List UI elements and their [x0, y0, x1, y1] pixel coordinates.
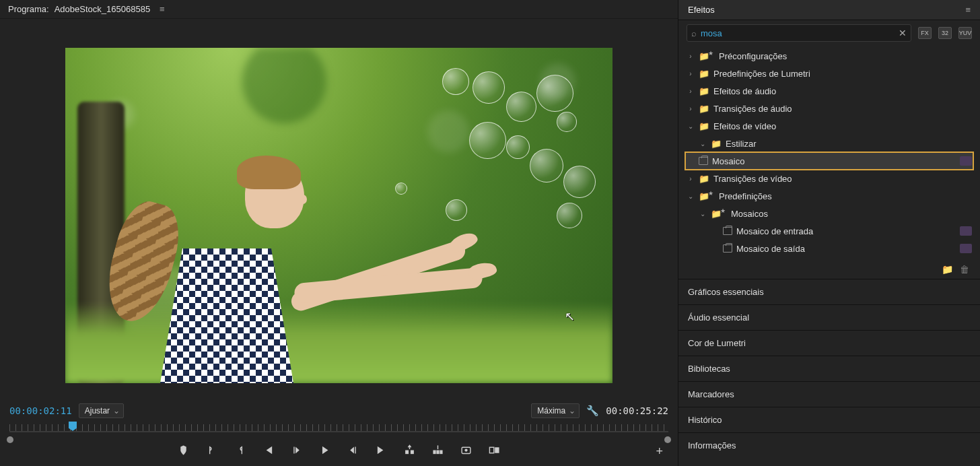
chevron-down-icon: ⌄	[699, 140, 707, 147]
svg-rect-1	[411, 450, 414, 454]
export-frame-icon[interactable]	[460, 444, 473, 459]
program-title-prefix: Programa:	[8, 4, 49, 14]
preset-folder-icon: 📁★	[699, 51, 715, 61]
gpu-accelerated-badge-icon	[960, 226, 972, 236]
effects-tree: › 📁★ Préconfigurações › 📁 Predefinições …	[678, 46, 980, 261]
svg-rect-8	[495, 447, 499, 453]
delete-icon[interactable]: 🗑	[960, 264, 969, 275]
button-editor-plus-icon[interactable]: +	[656, 444, 663, 459]
panel-essential-audio[interactable]: Áudio essencial	[678, 304, 980, 330]
folder-icon: 📁	[699, 86, 709, 96]
effects-tree-footer: 📁 🗑	[678, 261, 980, 279]
program-header: Programa: AdobeStock_165068585 ≡	[0, 0, 678, 19]
play-icon[interactable]	[318, 444, 332, 459]
zoom-dropdown[interactable]: Ajustar	[79, 403, 124, 418]
chevron-right-icon: ›	[687, 53, 695, 60]
gpu-accelerated-badge-icon	[960, 156, 972, 166]
tree-stylize[interactable]: ⌄ 📁 Estilizar	[678, 135, 980, 152]
side-panel-stack: Efeitos ≡ ⌕ ✕ FX 32 YUV › 📁★ Préconfigur…	[678, 0, 980, 466]
panel-history[interactable]: Histórico	[678, 407, 980, 432]
filter-accelerated-icon[interactable]: FX	[918, 27, 932, 39]
step-forward-icon[interactable]	[347, 444, 360, 459]
preset-folder-icon: 📁★	[711, 209, 727, 219]
effect-icon	[699, 157, 708, 165]
tree-preconfigs[interactable]: › 📁★ Préconfigurações	[678, 47, 980, 65]
filter-yuv-icon[interactable]: YUV	[958, 27, 972, 39]
filter-32bit-icon[interactable]: 32	[938, 27, 952, 39]
panel-info[interactable]: Informações	[678, 432, 980, 458]
chevron-right-icon: ›	[687, 88, 695, 95]
program-title-name: AdobeStock_165068585	[55, 4, 150, 14]
mouse-cursor-icon: ↖	[565, 309, 575, 324]
preset-folder-icon: 📁★	[699, 191, 715, 201]
step-back-icon[interactable]	[290, 444, 304, 459]
tree-audio-effects[interactable]: › 📁 Efeitos de áudio	[678, 82, 980, 100]
video-preview[interactable]: ↖	[65, 48, 612, 383]
tree-preset-mosaic-out[interactable]: · Mosaico de saída	[678, 240, 980, 257]
program-viewer: ↖	[0, 19, 678, 400]
effect-icon	[723, 244, 732, 253]
panel-menu-icon[interactable]: ≡	[160, 4, 165, 14]
gpu-accelerated-badge-icon	[960, 244, 972, 253]
lift-icon[interactable]	[403, 444, 417, 459]
effects-panel-menu-icon[interactable]: ≡	[965, 5, 971, 15]
tree-mosaics-folder[interactable]: ⌄ 📁★ Mosaicos	[678, 205, 980, 222]
panel-markers[interactable]: Marcadores	[678, 381, 980, 407]
program-monitor-panel: Programa: AdobeStock_165068585 ≡	[0, 0, 678, 466]
folder-icon: 📁	[699, 121, 709, 131]
folder-icon: 📁	[699, 69, 709, 79]
panel-essential-graphics[interactable]: Gráficos essenciais	[678, 279, 980, 304]
settings-wrench-icon[interactable]: 🔧	[586, 405, 599, 417]
quality-dropdown[interactable]: Máxima	[531, 403, 580, 418]
transport-controls: +	[0, 436, 678, 466]
comparison-view-icon[interactable]	[488, 444, 501, 459]
go-to-in-icon[interactable]	[262, 444, 275, 459]
effects-panel-header[interactable]: Efeitos ≡	[678, 0, 980, 20]
chevron-right-icon: ›	[687, 105, 695, 112]
tree-lumetri-presets[interactable]: › 📁 Predefinições de Lumetri	[678, 65, 980, 82]
effects-search-input[interactable]	[701, 28, 899, 38]
chevron-right-icon: ›	[687, 70, 695, 77]
svg-rect-4	[440, 450, 442, 454]
svg-rect-0	[405, 450, 409, 454]
svg-point-6	[464, 448, 467, 451]
chevron-right-icon: ›	[687, 175, 695, 182]
effect-icon	[723, 227, 732, 235]
tree-video-effects[interactable]: ⌄ 📁 Efeitos de vídeo	[678, 117, 980, 135]
add-marker-icon[interactable]	[177, 444, 190, 459]
tree-presets[interactable]: ⌄ 📁★ Predefinições	[678, 187, 980, 205]
chevron-down-icon: ⌄	[687, 193, 695, 200]
extract-icon[interactable]	[431, 444, 445, 459]
playhead-icon[interactable]	[69, 422, 77, 431]
panel-lumetri-color[interactable]: Cor de Lumetri	[678, 330, 980, 356]
program-time-ruler[interactable]	[9, 422, 668, 436]
effects-search-row: ⌕ ✕ FX 32 YUV	[678, 20, 980, 46]
clear-search-icon[interactable]: ✕	[899, 28, 907, 38]
search-icon: ⌕	[691, 28, 697, 38]
panel-libraries[interactable]: Bibliotecas	[678, 356, 980, 381]
effects-search-box[interactable]: ⌕ ✕	[687, 24, 911, 42]
folder-icon: 📁	[711, 139, 722, 149]
svg-rect-3	[436, 450, 439, 454]
svg-rect-7	[489, 447, 493, 453]
subject-girl	[153, 181, 308, 383]
mark-out-icon[interactable]	[234, 444, 247, 459]
go-to-out-icon[interactable]	[375, 444, 388, 459]
tree-video-transitions[interactable]: › 📁 Transições de vídeo	[678, 170, 980, 187]
program-controls-row: 00:00:02:11 Ajustar Máxima 🔧 00:00:25:22	[0, 400, 678, 422]
effects-panel-title: Efeitos	[688, 5, 715, 15]
chevron-down-icon: ⌄	[699, 210, 707, 218]
folder-icon: 📁	[699, 174, 709, 184]
chevron-down-icon: ⌄	[687, 123, 695, 130]
mark-in-icon[interactable]	[205, 444, 219, 459]
tree-audio-transitions[interactable]: › 📁 Transições de áudio	[678, 100, 980, 117]
timecode-duration: 00:00:25:22	[606, 405, 668, 416]
new-bin-icon[interactable]: 📁	[942, 264, 953, 275]
tree-effect-mosaic[interactable]: · Mosaico	[685, 152, 973, 170]
timecode-current[interactable]: 00:00:02:11	[9, 405, 72, 416]
tree-preset-mosaic-in[interactable]: · Mosaico de entrada	[678, 222, 980, 240]
svg-rect-2	[433, 450, 435, 454]
folder-icon: 📁	[699, 104, 709, 114]
